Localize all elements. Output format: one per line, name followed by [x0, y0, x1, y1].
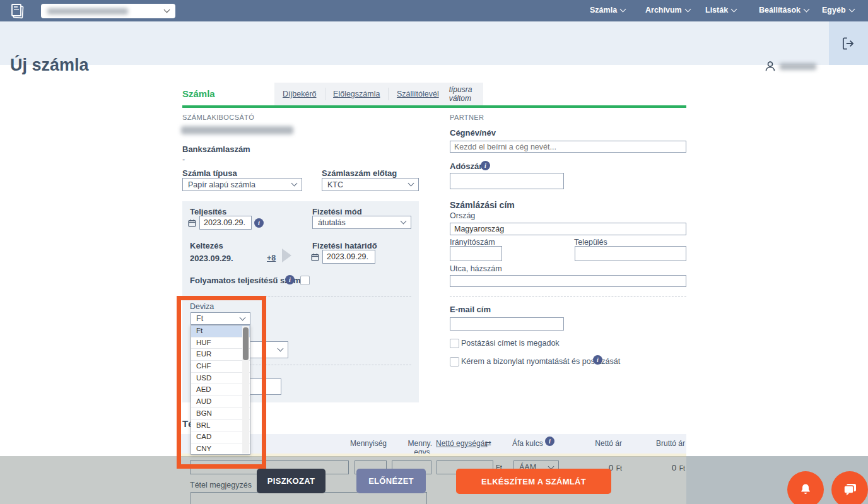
print-post-checkbox[interactable]: [450, 357, 459, 366]
nav-label: Beállítások: [759, 6, 801, 15]
calendar-icon[interactable]: [311, 253, 319, 261]
street-label: Utca, házszám: [450, 264, 502, 273]
fulfillment-info-icon[interactable]: i: [254, 218, 264, 228]
email-input[interactable]: [450, 317, 564, 331]
partner-name-input[interactable]: [450, 141, 686, 153]
currency-option-aud[interactable]: AUD: [191, 396, 250, 408]
nav-archivum[interactable]: Archívum: [645, 6, 690, 15]
scrollbar-thumb[interactable]: [243, 327, 249, 360]
chat-icon: [842, 481, 858, 498]
page-title: Új számla: [10, 56, 89, 75]
tab-dijbekero[interactable]: Díjbekérő: [274, 90, 325, 98]
chevron-down-icon: [408, 180, 414, 187]
postal-address-checkbox-label: Postázási címet is megadok: [461, 339, 560, 348]
tab-group: Díjbekérő Előlegszámla Szállítólevél típ…: [274, 83, 483, 105]
tax-number-input[interactable]: [450, 173, 564, 189]
chevron-down-icon: [164, 7, 170, 13]
create-invoice-button[interactable]: ELKÉSZÍTEM A SZÁMLÁT: [456, 469, 611, 494]
invoice-prefix-value: KTC: [327, 180, 343, 189]
chevron-down-icon: [620, 6, 626, 12]
account-company-select[interactable]: [41, 4, 175, 18]
fulfillment-date-input[interactable]: [199, 216, 252, 230]
continuous-info-icon[interactable]: i: [285, 275, 295, 284]
billing-address-heading: Számlázási cím: [450, 200, 515, 210]
fulfillment-date-label: Teljesítés: [190, 207, 226, 216]
redacted-company-name: [47, 8, 128, 15]
tab-elolegszamla[interactable]: Előlegszámla: [325, 90, 388, 98]
currency-select[interactable]: Ft: [191, 312, 250, 325]
currency-dropdown-list: Ft HUF EUR CHF USD AED AUD BGN BRL CAD C…: [191, 325, 250, 455]
arrow-right-icon: [282, 249, 291, 262]
city-label: Település: [574, 238, 607, 247]
preview-button[interactable]: ELŐNÉZET: [356, 469, 426, 493]
chevron-down-icon: [278, 346, 284, 352]
page-header: Új számla: [0, 21, 868, 65]
tax-info-icon[interactable]: i: [481, 161, 490, 170]
currency-option-aed[interactable]: AED: [191, 384, 250, 396]
nav-listak[interactable]: Listák: [705, 6, 736, 15]
swap-price-mode-icon[interactable]: ⇄: [485, 439, 491, 448]
invoice-prefix-label: Számlaszám előtag: [322, 168, 397, 178]
nav-label: Archívum: [645, 6, 682, 15]
nav-egyeb[interactable]: Egyéb: [822, 6, 854, 15]
tab-szallitolevel[interactable]: Szállítólevél: [389, 90, 447, 98]
active-tab-indicator: [182, 105, 686, 108]
issue-date-label: Keltezés: [190, 241, 223, 250]
print-post-info-icon[interactable]: i: [593, 355, 602, 365]
currency-option-cny[interactable]: CNY: [191, 443, 250, 455]
logout-button[interactable]: [829, 21, 868, 65]
tab-szamla-active[interactable]: Számla: [182, 88, 215, 99]
bell-icon: [798, 482, 813, 497]
bank-account-value: -: [182, 155, 185, 164]
email-label: E-mail cím: [450, 305, 491, 314]
due-date-input[interactable]: [322, 250, 375, 264]
zip-label: Irányítószám: [450, 238, 495, 247]
postal-address-checkbox[interactable]: [450, 339, 459, 348]
currency-option-huf[interactable]: HUF: [191, 337, 250, 349]
currency-option-cad[interactable]: CAD: [191, 431, 250, 443]
chevron-down-icon: [848, 6, 855, 12]
street-input[interactable]: [450, 275, 686, 287]
payment-method-select[interactable]: átutalás: [312, 216, 411, 229]
invoice-type-select[interactable]: Papír alapú számla: [182, 178, 302, 191]
partner-section-label: PARTNER: [450, 114, 484, 121]
invoice-prefix-select[interactable]: KTC: [322, 178, 419, 191]
currency-option-usd[interactable]: USD: [191, 373, 250, 385]
currency-option-chf[interactable]: CHF: [191, 361, 250, 373]
currency-option-eur[interactable]: EUR: [191, 349, 250, 361]
notifications-fab[interactable]: [787, 471, 824, 504]
currency-label: Deviza: [190, 302, 214, 311]
currency-selected-value: Ft: [196, 314, 203, 323]
currency-option-bgn[interactable]: BGN: [191, 408, 250, 420]
topbar: Számla Archívum Listák Beállítások Egyéb: [0, 0, 868, 21]
nav-szamla[interactable]: Számla: [590, 6, 625, 15]
chat-fab[interactable]: [831, 471, 868, 504]
user-icon: [765, 61, 776, 72]
draft-button[interactable]: PISZKOZAT: [257, 469, 326, 493]
continuous-invoice-checkbox[interactable]: [300, 276, 310, 285]
calendar-icon[interactable]: [188, 219, 196, 227]
vat-info-icon[interactable]: i: [545, 437, 554, 446]
col-net-price: Nettó ár: [587, 439, 622, 448]
country-label: Ország: [450, 211, 475, 220]
zip-input[interactable]: [450, 246, 502, 261]
chevron-down-icon: [401, 218, 407, 225]
bank-account-label: Bankszámlaszám: [182, 144, 250, 154]
logout-icon: [840, 35, 857, 52]
country-input[interactable]: [450, 223, 686, 235]
nav-beallitasok[interactable]: Beállítások: [759, 6, 809, 15]
partner-name-label: Cégnév/név: [450, 128, 496, 138]
divider: [190, 296, 411, 297]
scrollbar-track[interactable]: [242, 326, 249, 454]
invoice-editor-page: Számla Archívum Listák Beállítások Egyéb…: [0, 0, 868, 504]
currency-option-ft[interactable]: Ft: [191, 325, 250, 337]
chevron-down-icon: [240, 314, 246, 320]
redacted-username: [780, 63, 816, 70]
plus-days-link[interactable]: +8: [267, 254, 276, 262]
col-net-unit-price-link[interactable]: Nettó egységár: [436, 439, 487, 448]
chevron-down-icon: [291, 180, 298, 187]
app-logo-icon[interactable]: [9, 3, 26, 20]
col-gross-price: Bruttó ár: [650, 439, 685, 448]
currency-option-brl[interactable]: BRL: [191, 420, 250, 432]
city-input[interactable]: [575, 246, 686, 261]
